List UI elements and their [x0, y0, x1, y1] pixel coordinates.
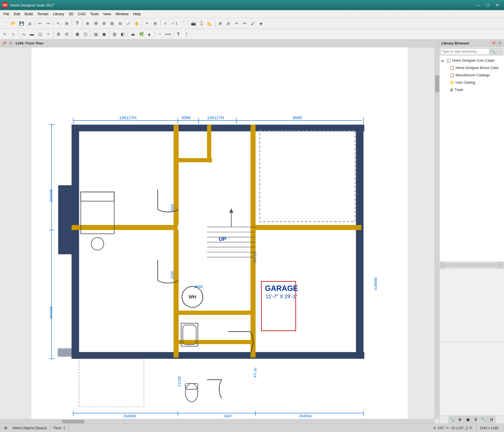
- statusbar-gear[interactable]: ⚙: [2, 425, 9, 431]
- lib-view5-button[interactable]: 🔧: [480, 416, 487, 423]
- num1-button[interactable]: ✓ 1: [170, 19, 179, 27]
- menubar: File Edit Build Terrain Library 3D CAD T…: [0, 10, 504, 18]
- new-button[interactable]: 📄: [1, 19, 9, 27]
- sep1: [35, 20, 35, 27]
- tree-item-bonus[interactable]: 📋 Home Designer Bonus Catal: [439, 64, 504, 72]
- floorplan-vscrollbar[interactable]: [435, 47, 439, 419]
- menu-window[interactable]: Window: [113, 11, 131, 17]
- measure-button[interactable]: 📐: [206, 19, 214, 27]
- pointer-button[interactable]: ↖: [55, 19, 63, 27]
- walk-button[interactable]: 🚶: [198, 19, 206, 27]
- lib-view2-button[interactable]: ⊞: [456, 416, 464, 423]
- library-search-input[interactable]: [441, 48, 489, 55]
- floorplan-hscrollbar[interactable]: [0, 419, 435, 424]
- menu-tools[interactable]: Tools: [88, 11, 101, 17]
- terrain3-button[interactable]: ▲: [145, 30, 153, 38]
- svg-rect-22: [174, 158, 212, 162]
- stair-button[interactable]: ▥: [110, 30, 118, 38]
- select2-button[interactable]: ⤡: [9, 30, 17, 38]
- menu-library[interactable]: Library: [51, 11, 66, 17]
- tree-item-trash[interactable]: 🗑 Trash: [439, 86, 504, 93]
- snap1-button[interactable]: ⌖: [143, 19, 151, 27]
- menu-file[interactable]: File: [1, 11, 12, 17]
- dim2-button[interactable]: ⟺: [164, 30, 172, 38]
- room-button[interactable]: ⌗: [44, 30, 52, 38]
- library-search-button[interactable]: 🔍: [490, 48, 496, 55]
- stair2-button[interactable]: ◧: [119, 30, 126, 38]
- menu-edit[interactable]: Edit: [12, 11, 22, 17]
- hatch2-button[interactable]: ◫: [81, 30, 89, 38]
- tree-label-user: User Catalog: [456, 81, 475, 84]
- tree-item-user[interactable]: 📁 User Catalog: [439, 79, 504, 86]
- select-button[interactable]: ↖: [1, 30, 9, 38]
- menu-cad[interactable]: CAD: [76, 11, 88, 17]
- snap2-button[interactable]: ⊕: [151, 19, 159, 27]
- pan-lock-button[interactable]: ⊟: [116, 19, 124, 27]
- wall3-button[interactable]: ◫: [36, 30, 44, 38]
- cabinet-button[interactable]: ⊞: [55, 30, 63, 38]
- wall-button[interactable]: ▭: [20, 30, 28, 38]
- floorplan-canvas[interactable]: 13611TH 3068 12611TH 9080: [0, 47, 439, 424]
- tree-item-mfg[interactable]: 📋 Manufacturer Catalogs: [439, 72, 504, 79]
- hatch-button[interactable]: ▦: [73, 30, 81, 38]
- terrain2-button[interactable]: 🌿: [137, 30, 145, 38]
- library-close-button[interactable]: ✕: [497, 41, 502, 46]
- maximize-button[interactable]: ☐: [483, 1, 492, 9]
- sep12: [90, 31, 91, 37]
- zoom-out-button[interactable]: ⊖: [100, 19, 108, 27]
- lib-view3-button[interactable]: ▦: [464, 416, 472, 423]
- sep14: [128, 31, 128, 37]
- panel-close-button[interactable]: ✕: [8, 41, 14, 46]
- tool1-button[interactable]: ⊗: [216, 19, 224, 27]
- door-button[interactable]: ▤: [92, 30, 100, 38]
- open-button[interactable]: 📂: [9, 19, 17, 27]
- hand-button[interactable]: ✋: [133, 19, 141, 27]
- statusbar: ⚙ Select Objects [Space] Floor: 1 X: 152…: [0, 424, 504, 432]
- library-search-go-button[interactable]: →: [497, 48, 503, 55]
- library-nav-right[interactable]: ›: [497, 262, 503, 268]
- menu-view[interactable]: View: [101, 11, 113, 17]
- close-button[interactable]: ✕: [493, 1, 502, 9]
- menu-build[interactable]: Build: [22, 11, 35, 17]
- window-button[interactable]: ▣: [100, 30, 108, 38]
- menu-help[interactable]: Help: [131, 11, 143, 17]
- tool3-button[interactable]: ✂: [233, 19, 241, 27]
- save-button[interactable]: 💾: [17, 19, 25, 27]
- wall2-button[interactable]: ▬: [28, 30, 36, 38]
- undo-button[interactable]: ↩: [36, 19, 44, 27]
- minimize-button[interactable]: —: [474, 1, 483, 9]
- terrain1-button[interactable]: ⛰: [129, 30, 137, 38]
- arc-button[interactable]: ⌒: [179, 19, 187, 27]
- panel-pin-button[interactable]: 📌: [2, 41, 7, 46]
- menu-3d[interactable]: 3D: [66, 11, 76, 17]
- library-pin-button[interactable]: 📌: [491, 41, 496, 46]
- svg-text:284056: 284056: [299, 414, 312, 418]
- tool4-button[interactable]: ✏: [241, 19, 249, 27]
- lib-view6-button[interactable]: ⊟: [488, 416, 495, 423]
- pen-button[interactable]: /: [183, 30, 190, 38]
- zoom-in-button[interactable]: ⊕: [92, 19, 100, 27]
- tool5-button[interactable]: 🖊: [249, 19, 257, 27]
- check-button[interactable]: ✓: [162, 19, 170, 27]
- sep4: [82, 20, 83, 27]
- fullscreen-button[interactable]: ⤢: [125, 19, 132, 27]
- sep16: [173, 31, 173, 37]
- cabinet2-button[interactable]: ⊟: [63, 30, 71, 38]
- print-button[interactable]: 🖨: [26, 19, 34, 27]
- dim-button[interactable]: ↔: [156, 30, 164, 38]
- tool2-button[interactable]: ⊘: [225, 19, 232, 27]
- layout-button[interactable]: ⊞: [63, 19, 71, 27]
- zoom-fit-button[interactable]: ⊕: [84, 19, 92, 27]
- library-nav-left[interactable]: ‹: [440, 262, 446, 268]
- fill-button[interactable]: ⊠: [108, 19, 116, 27]
- svg-text:2665: 2665: [170, 271, 174, 279]
- menu-terrain[interactable]: Terrain: [35, 11, 51, 17]
- camera-button[interactable]: 📷: [190, 19, 197, 27]
- text-button[interactable]: T: [174, 30, 182, 38]
- tree-item-core[interactable]: ▶ 📋 Home Designer Core Catalo: [439, 57, 504, 64]
- redo-button[interactable]: ↪: [44, 19, 52, 27]
- help-button[interactable]: ?: [73, 19, 81, 27]
- tool6-button[interactable]: ◈: [257, 19, 265, 27]
- lib-view4-button[interactable]: ☰: [472, 416, 479, 423]
- lib-view1-button[interactable]: 🔍: [449, 416, 456, 423]
